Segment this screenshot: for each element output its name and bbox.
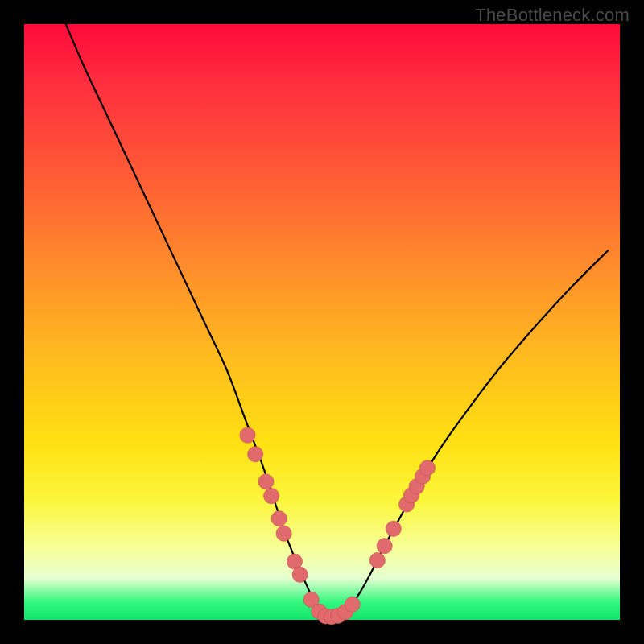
data-marker (258, 474, 274, 489)
data-marker (276, 526, 291, 541)
data-marker (248, 447, 263, 462)
data-marker (263, 488, 279, 503)
data-marker (386, 521, 401, 536)
data-marker (377, 539, 392, 554)
curve-layer (24, 24, 620, 620)
data-marker (369, 552, 385, 568)
bottleneck-curve (66, 24, 608, 617)
data-marker (240, 427, 255, 443)
chart-stage: TheBottleneck.com (0, 0, 644, 644)
data-marker (345, 597, 360, 612)
data-marker (271, 511, 287, 526)
watermark-text: TheBottleneck.com (475, 5, 630, 26)
plot-area (24, 24, 620, 620)
markers-group (240, 427, 436, 625)
data-marker (419, 460, 435, 476)
data-marker (292, 567, 308, 582)
